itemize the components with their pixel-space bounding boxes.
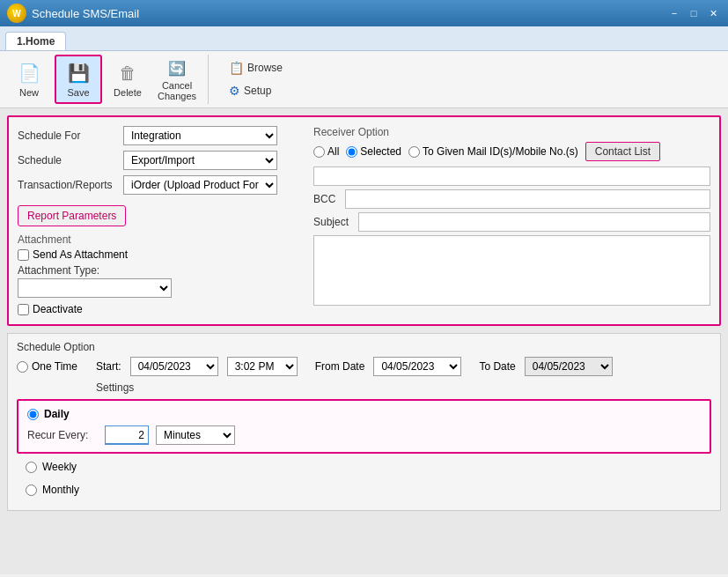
receiver-options: All Selected To Given Mail ID(s)/Mobile …	[313, 142, 710, 161]
deactivate-row: Deactivate	[18, 303, 299, 315]
right-panel: Receiver Option All Selected To Given Ma…	[313, 126, 710, 315]
title-bar: W Schedule SMS/Email − □ ✕	[0, 0, 728, 26]
new-icon: 📄	[17, 61, 41, 85]
recur-every-input[interactable]	[105, 425, 149, 445]
to-date-select[interactable]: 04/05/2023	[525, 357, 613, 376]
daily-label: Daily	[44, 408, 70, 420]
attachment-title: Attachment	[18, 233, 299, 246]
toolbar: 📄 New 💾 Save 🗑 Delete 🔄 Cancel Changes 📋…	[0, 51, 728, 108]
start-label: Start:	[96, 360, 121, 373]
weekly-label: Weekly	[42, 461, 77, 473]
daily-section: Daily Recur Every: Minutes Hours Days	[17, 399, 711, 454]
save-icon: 💾	[66, 61, 91, 85]
receiver-given-label: To Given Mail ID(s)/Mobile No.(s)	[423, 145, 578, 158]
receiver-all-option: All	[313, 145, 339, 158]
send-as-attachment-label: Send As Attachment	[33, 248, 128, 261]
main-content: Schedule For Integration Schedule Export…	[0, 108, 728, 574]
left-panel: Schedule For Integration Schedule Export…	[18, 126, 299, 315]
schedule-for-select[interactable]: Integration	[123, 126, 277, 145]
receiver-selected-option: Selected	[346, 145, 401, 158]
one-time-radio[interactable]	[17, 361, 28, 373]
bcc-input[interactable]	[345, 189, 710, 209]
deactivate-label: Deactivate	[33, 303, 83, 315]
subject-label: Subject	[313, 216, 353, 228]
start-time-select[interactable]: 3:02 PM	[227, 357, 298, 376]
receiver-selected-radio[interactable]	[346, 146, 357, 158]
subject-input[interactable]	[358, 212, 710, 232]
monthly-radio[interactable]	[26, 485, 37, 496]
delete-icon: 🗑	[115, 61, 140, 85]
report-parameters-button[interactable]: Report Parameters	[18, 205, 126, 226]
schedule-row: Schedule Export/Import	[18, 151, 299, 170]
new-button[interactable]: 📄 New	[5, 55, 53, 104]
start-date-select[interactable]: 04/05/2023	[130, 357, 218, 376]
report-params-section: Report Parameters	[18, 200, 299, 226]
recur-every-label: Recur Every:	[27, 429, 98, 441]
tab-bar: 1.Home	[0, 26, 728, 51]
recur-unit-select[interactable]: Minutes Hours Days	[156, 425, 235, 445]
one-time-row: One Time Start: 04/05/2023 3:02 PM From …	[17, 357, 711, 376]
save-button[interactable]: 💾 Save	[55, 55, 102, 104]
tab-home[interactable]: 1.Home	[5, 32, 66, 50]
toolbar-group-main: 📄 New 💾 Save 🗑 Delete 🔄 Cancel Changes	[5, 55, 209, 104]
transaction-label: Transaction/Reports	[18, 179, 123, 191]
weekly-radio[interactable]	[26, 462, 37, 473]
receiver-section: Receiver Option All Selected To Given Ma…	[313, 126, 710, 308]
send-as-attachment-checkbox[interactable]	[18, 249, 29, 261]
cancel-changes-button[interactable]: 🔄 Cancel Changes	[153, 55, 201, 104]
attachment-section: Attachment Send As Attachment Attachment…	[18, 233, 299, 298]
schedule-select[interactable]: Export/Import	[123, 151, 277, 170]
delete-button[interactable]: 🗑 Delete	[104, 55, 151, 104]
to-date-label: To Date	[479, 360, 515, 373]
daily-radio[interactable]	[27, 409, 39, 420]
attachment-type-select[interactable]	[18, 278, 172, 298]
receiver-all-radio[interactable]	[313, 146, 325, 158]
attachment-type-label: Attachment Type:	[18, 264, 299, 277]
receiver-selected-label: Selected	[360, 145, 401, 158]
subject-row: Subject	[313, 212, 710, 232]
message-textarea[interactable]	[313, 235, 710, 306]
settings-label: Settings	[96, 381, 711, 394]
window-controls: − □ ✕	[666, 5, 721, 21]
to-input[interactable]	[313, 166, 710, 186]
schedule-for-row: Schedule For Integration	[18, 126, 299, 145]
form-area: Schedule For Integration Schedule Export…	[7, 115, 721, 326]
schedule-section: Schedule Option One Time Start: 04/05/20…	[7, 333, 721, 511]
setup-icon: ⚙	[229, 84, 240, 98]
monthly-label: Monthly	[42, 484, 79, 496]
bcc-row: BCC	[313, 189, 710, 209]
setup-button[interactable]: ⚙ Setup	[221, 80, 290, 101]
transaction-select[interactable]: iOrder (Upload Product For	[123, 175, 277, 195]
receiver-all-label: All	[327, 145, 339, 158]
minimize-button[interactable]: −	[666, 5, 682, 21]
send-as-attachment-row: Send As Attachment	[18, 248, 299, 261]
schedule-label: Schedule	[18, 154, 123, 166]
transaction-row: Transaction/Reports iOrder (Upload Produ…	[18, 175, 299, 195]
contact-list-button[interactable]: Contact List	[585, 142, 660, 161]
weekly-row: Weekly	[17, 457, 711, 477]
maximize-button[interactable]: □	[686, 5, 702, 21]
bcc-label: BCC	[313, 193, 340, 205]
from-date-label: From Date	[315, 360, 365, 373]
close-button[interactable]: ✕	[705, 5, 721, 21]
deactivate-checkbox[interactable]	[18, 304, 29, 315]
browse-button[interactable]: 📋 Browse	[221, 57, 290, 78]
monthly-row: Monthly	[17, 480, 711, 499]
recur-row: Recur Every: Minutes Hours Days	[27, 425, 701, 445]
schedule-for-label: Schedule For	[18, 129, 123, 142]
app-logo: W	[7, 4, 26, 23]
cancel-icon: 🔄	[165, 57, 189, 78]
browse-icon: 📋	[229, 61, 244, 75]
from-date-select[interactable]: 04/05/2023	[373, 357, 461, 376]
receiver-given-radio[interactable]	[408, 146, 420, 158]
one-time-option: One Time	[17, 360, 87, 373]
window-title: Schedule SMS/Email	[32, 7, 139, 20]
toolbar-group-secondary: 📋 Browse ⚙ Setup	[214, 55, 298, 104]
schedule-option-label: Schedule Option	[17, 341, 711, 353]
receiver-title: Receiver Option	[313, 126, 710, 138]
receiver-given-option: To Given Mail ID(s)/Mobile No.(s)	[408, 145, 578, 158]
